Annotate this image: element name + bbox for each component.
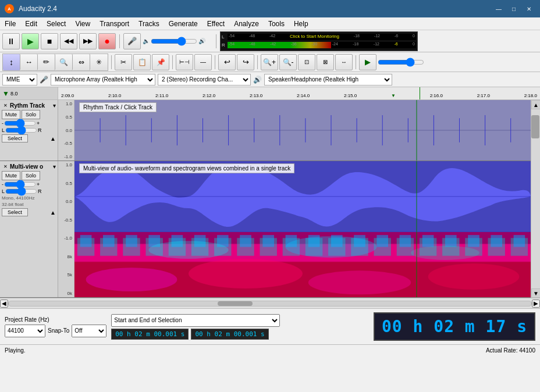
vscroll-track [531, 109, 540, 288]
svg-point-31 [86, 268, 177, 291]
pause-button[interactable]: ⏸ [2, 33, 20, 49]
rhythm-vol-min: - [2, 120, 3, 126]
tracks-list: ✕ Rythm Track ▾ Mute Solo - + L R [0, 100, 531, 298]
zoom-tool-select[interactable]: 🔍 [55, 54, 73, 70]
menu-help[interactable]: Help [289, 19, 313, 29]
trim-button[interactable]: ⊢⊣ [176, 54, 193, 70]
zoom-in-button[interactable]: 🔍+ [261, 54, 278, 70]
vscroll-thumb[interactable] [531, 115, 539, 138]
vscroll-down-button[interactable]: ▼ [531, 288, 540, 298]
rhythm-volume-slider[interactable] [4, 121, 36, 126]
selection-tool[interactable]: ↕ [3, 54, 20, 70]
vscroll-up-button[interactable]: ▲ [531, 100, 540, 109]
rhythm-pan-slider[interactable] [5, 128, 37, 133]
menu-generate[interactable]: Generate [164, 19, 202, 29]
app-title: Audacity 2.4 [19, 5, 57, 13]
project-rate-label: Project Rate (Hz) [5, 316, 49, 323]
multiview-solo-button[interactable]: Solo [22, 171, 40, 180]
mic-device-icon: 🎤 [40, 76, 48, 84]
rhythm-select-button[interactable]: Select [2, 134, 28, 142]
menu-file[interactable]: File [0, 19, 20, 29]
menu-view[interactable]: View [70, 19, 95, 29]
cut-button[interactable]: ✂ [115, 54, 132, 70]
menu-effect[interactable]: Effect [202, 19, 229, 29]
multiview-track-controls: ✕ Multi-view o ▾ Mute Solo - + L R [0, 161, 58, 297]
snap-label: Snap-To [48, 327, 69, 334]
close-button[interactable]: ✕ [523, 2, 535, 15]
mic-button[interactable]: 🎤 [123, 33, 141, 49]
menu-select[interactable]: Select [42, 19, 70, 29]
rhythm-close-button[interactable]: ✕ [2, 102, 9, 109]
host-select[interactable]: MME [2, 74, 37, 85]
title-bar: A Audacity 2.4 — □ ✕ [0, 0, 540, 17]
toolbar-separator-1 [119, 34, 120, 48]
multiview-dropdown[interactable]: ▾ [53, 163, 56, 170]
left-playhead-marker: ▼ [2, 90, 9, 98]
zoom-sel-button[interactable]: ⊠ [317, 54, 334, 70]
rhythm-y-axis: 1.0 0.5 0.0 -0.5 -1.0 [58, 100, 74, 161]
big-time-display: 00 h 02 m 17 s [374, 312, 535, 341]
playback-volume-slider[interactable] [378, 59, 424, 65]
multiview-close-button[interactable]: ✕ [2, 163, 9, 170]
hscroll-right-button[interactable]: ▶ [532, 300, 540, 308]
multiview-collapse-button[interactable]: ▲ [50, 209, 56, 216]
snap-select[interactable]: Off [72, 325, 106, 337]
channel-select[interactable]: 2 (Stereo) Recording Cha... [158, 74, 251, 85]
prev-button[interactable]: ◀◀ [60, 33, 77, 49]
next-button[interactable]: ▶▶ [79, 33, 97, 49]
menu-transport[interactable]: Transport [95, 19, 134, 29]
selection-type-select[interactable]: Start and End of Selection [111, 314, 280, 327]
silence-button[interactable]: — [194, 54, 212, 70]
rhythm-dropdown[interactable]: ▾ [53, 102, 56, 109]
minimize-button[interactable]: — [492, 2, 505, 15]
status-text-bar: Playing. Actual Rate: 44100 [0, 344, 540, 356]
multiview-y-axis: 1.0 0.5 0.0 -0.5 -1.0 8k 5k 0k [58, 161, 74, 297]
zoom-out-button[interactable]: 🔍- [279, 54, 297, 70]
hscroll-thumb[interactable] [218, 301, 253, 306]
multi-tool[interactable]: ✳ [90, 54, 108, 70]
copy-button[interactable]: 📋 [133, 54, 151, 70]
multiview-volume-slider[interactable] [4, 182, 36, 187]
svg-point-37 [411, 245, 479, 260]
rhythm-track-controls: ✕ Rythm Track ▾ Mute Solo - + L R [0, 100, 58, 161]
rhythm-solo-button[interactable]: Solo [22, 110, 40, 119]
menu-analyze[interactable]: Analyze [229, 19, 264, 29]
undo-separator [257, 55, 258, 69]
multiview-track-name: Multi-view o [10, 163, 52, 170]
output-device-select[interactable]: Speaker/Headphone (Realtek High [264, 74, 392, 85]
hscroll-left-button[interactable]: ◀ [0, 300, 8, 308]
input-volume-slider[interactable] [151, 38, 197, 44]
zoom-fit-button[interactable]: ⊡ [298, 54, 315, 70]
maximize-button[interactable]: □ [507, 2, 520, 15]
edit-separator [172, 55, 173, 69]
menu-tracks[interactable]: Tracks [134, 19, 164, 29]
play-small-button[interactable]: ▶ [359, 54, 376, 70]
input-device-select[interactable]: Microphone Array (Realtek High [51, 74, 155, 85]
rhythm-collapse-button[interactable]: ▲ [50, 136, 56, 142]
main-tracks-area: ✕ Rythm Track ▾ Mute Solo - + L R [0, 100, 540, 298]
stop-button[interactable]: ■ [41, 33, 58, 49]
redo-button[interactable]: ↪ [237, 54, 254, 70]
multiview-mute-button[interactable]: Mute [2, 171, 20, 180]
menu-tools[interactable]: Tools [264, 19, 289, 29]
multiview-track: ✕ Multi-view o ▾ Mute Solo - + L R [0, 161, 531, 298]
menu-edit[interactable]: Edit [20, 19, 42, 29]
envelope-tool[interactable]: ↔ [20, 54, 38, 70]
rhythm-mute-button[interactable]: Mute [2, 110, 20, 119]
zoom-toggle[interactable]: ↔ [335, 54, 353, 70]
draw-tool[interactable]: ✏ [38, 54, 55, 70]
vu-meter[interactable]: L -54 -48 -42 Click to Start Monitoring … [220, 31, 418, 51]
horizontal-scrollbar: ◀ ▶ [0, 298, 540, 308]
record-button[interactable]: ● [98, 33, 116, 49]
paste-button[interactable]: 📌 [152, 54, 169, 70]
zoom-separator [356, 55, 356, 69]
project-rate-select[interactable]: 44100 [5, 325, 45, 337]
actual-rate: Actual Rate: 44100 [486, 347, 535, 354]
vertical-scrollbar[interactable]: ▲ ▼ [531, 100, 540, 298]
play-button[interactable]: ▶ [22, 33, 39, 49]
time-end-display: 00 h 02 m 00.001 s [191, 329, 268, 340]
timeshift-tool[interactable]: ⇔ [73, 54, 90, 70]
multiview-select-button[interactable]: Select [2, 208, 28, 216]
multiview-pan-slider[interactable] [5, 189, 37, 194]
undo-button[interactable]: ↩ [218, 54, 236, 70]
